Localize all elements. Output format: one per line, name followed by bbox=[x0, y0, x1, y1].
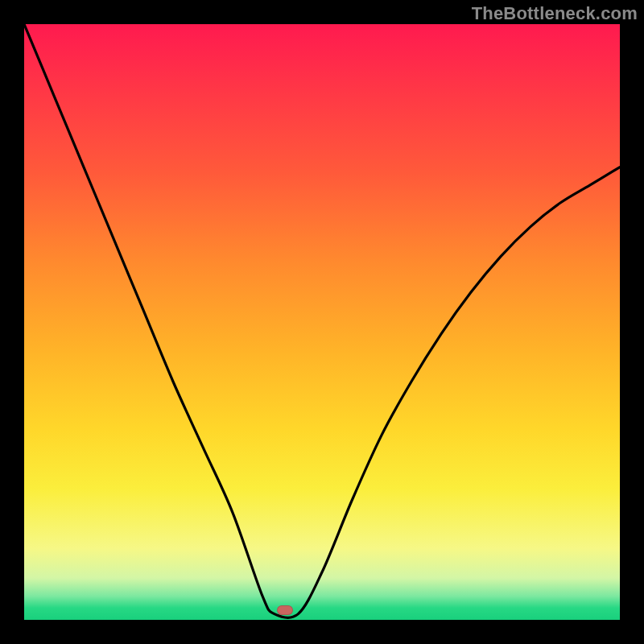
watermark-text: TheBottleneck.com bbox=[472, 3, 638, 24]
chart-frame: TheBottleneck.com bbox=[0, 0, 644, 644]
bottleneck-curve bbox=[24, 24, 620, 617]
curve-layer bbox=[24, 24, 620, 620]
optimum-marker bbox=[277, 605, 293, 615]
plot-area bbox=[24, 24, 620, 620]
